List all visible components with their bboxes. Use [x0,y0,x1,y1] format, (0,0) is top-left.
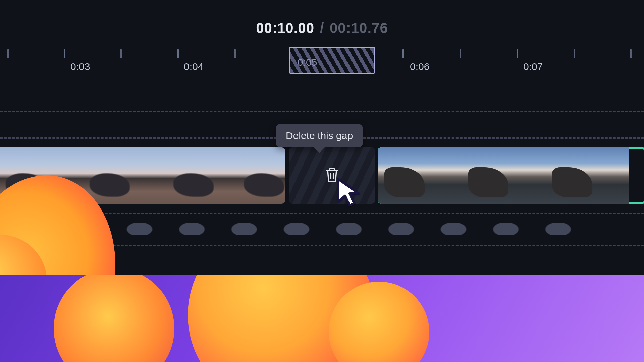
ruler-tick [460,49,461,58]
track-guide [0,213,644,214]
ruler-label: 0:04 [184,61,203,72]
waveform-segment [433,223,474,235]
ruler-tick [234,49,236,58]
timecode-separator: / [320,20,324,36]
waveform-segment [381,223,421,235]
waveform-segment [486,223,526,235]
clip-thumbnail [378,147,462,204]
clip-thumbnail [545,147,629,204]
timecode-current: 00:10.00 [256,20,314,36]
ruler-label: 0:06 [410,61,429,72]
track-guide [0,245,644,246]
ruler-tick [574,49,575,58]
ruler-label: 0:03 [70,61,90,72]
waveform-segment [67,223,107,235]
video-track[interactable] [0,147,644,204]
ruler-tick [402,49,404,58]
clip-thumbnail [148,147,231,204]
decorative-artwork [0,275,644,362]
video-clip-selected[interactable] [378,147,644,204]
ruler-tick [7,49,9,58]
timecode-readout: 00:10.00 / 00:10.76 [256,20,388,36]
clip-thumbnail [0,147,64,204]
ruler-selection[interactable]: 0:05 [289,47,375,74]
ruler-tick [64,49,65,58]
tooltip-delete-gap: Delete this gap [276,124,363,147]
timecode-total: 00:10.76 [330,20,388,36]
waveform-segment [329,223,369,235]
ruler-label: 0:07 [523,61,543,72]
ruler-tick [517,49,518,58]
tooltip-text: Delete this gap [286,130,353,141]
waveform-segment [119,223,160,235]
ruler-selection-label: 0:05 [298,57,317,68]
waveform-segment [276,223,317,235]
audio-track[interactable] [0,220,644,239]
ruler-tick [630,49,632,58]
clip-thumbnail [231,147,285,204]
clip-thumbnail [462,147,545,204]
waveform-segment [224,223,264,235]
video-clip[interactable] [0,147,285,204]
ruler-tick [120,49,122,58]
clip-thumbnail [64,147,148,204]
waveform-segment [172,223,212,235]
ruler-tick [177,49,179,58]
waveform-segment [538,223,578,235]
track-guide [0,111,644,112]
